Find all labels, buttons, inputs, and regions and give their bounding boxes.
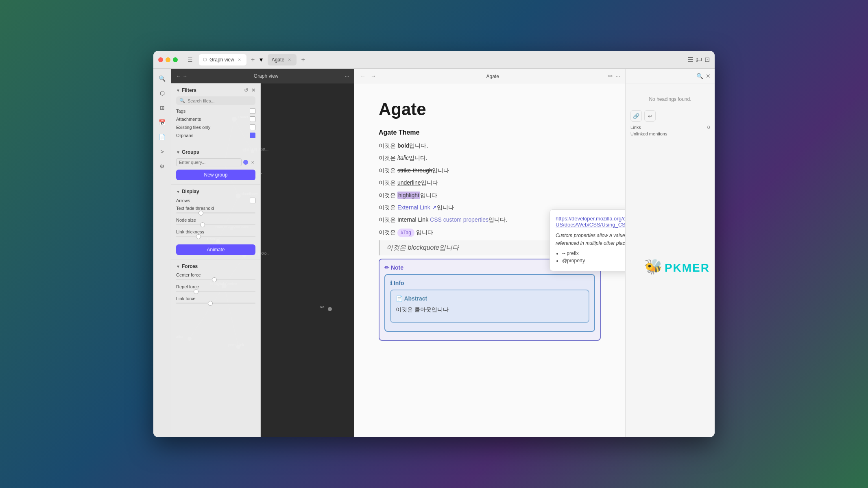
traffic-lights [158, 57, 178, 62]
edit-icon[interactable]: ✏ [608, 73, 613, 79]
tab-agate-close[interactable]: ✕ [287, 57, 292, 63]
link-thickness-slider[interactable] [176, 236, 255, 237]
grid-sidebar-btn[interactable]: ⊞ [156, 101, 169, 114]
tab-agate[interactable]: Agate ✕ [268, 54, 297, 65]
link-force-slider[interactable] [176, 303, 255, 304]
search-sidebar-btn[interactable]: 🔍 [156, 72, 169, 85]
underline-text: underline [397, 179, 421, 186]
tags-label: Tags [176, 109, 185, 113]
link-action-icon[interactable]: 🔗 [630, 110, 642, 122]
tab-graph-close[interactable]: ✕ [237, 57, 242, 63]
repel-force-slider[interactable] [176, 291, 255, 292]
color-dot[interactable] [243, 160, 248, 165]
graph-nav: ← → [176, 73, 188, 79]
filter-row-tags: Tags [176, 108, 255, 114]
minimize-button[interactable] [166, 57, 170, 62]
groups-header: ▼ Groups [176, 149, 255, 155]
tab-graph-label: Graph view [209, 57, 234, 63]
search-input[interactable] [188, 98, 252, 103]
filters-close-icon[interactable]: ✕ [251, 87, 255, 93]
filters-arrow[interactable]: ▼ [176, 88, 180, 93]
search-panel-icon[interactable]: 🔍 [696, 73, 703, 79]
animate-button[interactable]: Animate [176, 244, 255, 255]
link-thickness-thumb[interactable] [196, 234, 201, 239]
tab-add-button2[interactable]: + [298, 55, 308, 65]
backlink-action-icon[interactable]: ↩ [644, 110, 656, 122]
close-button[interactable] [158, 57, 163, 62]
highlight-text: highlight [397, 192, 420, 199]
main-content: 🔍 ⬡ ⊞ 📅 📄 > ⚙ ← → Graph view ··· [153, 69, 715, 437]
icon-sidebar: 🔍 ⬡ ⊞ 📅 📄 > ⚙ [153, 69, 171, 437]
filters-refresh-icon[interactable]: ↺ [244, 87, 248, 93]
node-size-thumb[interactable] [200, 222, 205, 227]
svg-point-18 [328, 307, 332, 311]
abstract-icon: 📄 [396, 295, 404, 302]
orphans-checkbox[interactable] [250, 133, 255, 138]
abstract-header: 📄 Abstract [396, 295, 584, 302]
bookmark-icon[interactable]: 🏷 [696, 56, 702, 63]
right-panel-content: No headings found. 🔗 ↩ Links 0 Unlinked … [626, 83, 715, 437]
editor-topbar: ← → Agate ✏ ··· [354, 69, 625, 83]
center-force-slider[interactable] [176, 279, 255, 280]
forces-arrow[interactable]: ▼ [176, 264, 180, 269]
ext-link[interactable]: External Link ↗ [397, 204, 437, 211]
repel-force-label: Repel force [176, 284, 255, 289]
display-arrow[interactable]: ▼ [176, 190, 180, 194]
tooltip-item-1: -- prefix [562, 251, 625, 256]
new-group-button[interactable]: New group [176, 170, 255, 180]
maximize-button[interactable] [173, 57, 178, 62]
back-nav-btn[interactable]: ← [359, 72, 366, 80]
pkmer-watermark: 🐝 PKMER [630, 258, 710, 275]
filter-panel: ▼ Filters ↺ ✕ 🔍 Tags A [171, 83, 261, 437]
close-panel-icon[interactable]: ✕ [706, 73, 711, 79]
node-size-row: Node size [176, 218, 255, 225]
link-force-thumb[interactable] [208, 301, 213, 306]
tag-badge[interactable]: #Tag [397, 229, 414, 237]
filter-row-arrows: Arrows [176, 198, 255, 203]
graph-menu-icon[interactable]: ··· [345, 73, 349, 79]
info-header: ℹ Info [390, 280, 589, 286]
tags-checkbox[interactable] [250, 108, 255, 114]
network-sidebar-btn[interactable]: ⬡ [156, 87, 169, 100]
link-force-row: Link force [176, 296, 255, 304]
query-input[interactable] [176, 158, 242, 166]
node-size-slider[interactable] [176, 224, 255, 225]
more-icon[interactable]: ··· [615, 73, 620, 79]
repel-force-thumb[interactable] [194, 289, 198, 294]
groups-label: Groups [182, 149, 199, 155]
center-force-row: Center force [176, 272, 255, 280]
highlight-line: 이것은 highlight입니다 [379, 191, 601, 200]
files-sidebar-btn[interactable]: 📄 [156, 131, 169, 144]
groups-arrow[interactable]: ▼ [176, 150, 180, 155]
back-icon[interactable]: ← [176, 73, 181, 79]
tooltip-link[interactable]: https://developer.mozilla.org/en-US/docs… [556, 216, 625, 228]
forward-icon[interactable]: → [183, 73, 188, 79]
attachments-checkbox[interactable] [250, 116, 255, 122]
split-icon[interactable]: ⊡ [704, 56, 710, 63]
tab-chevron[interactable]: ▾ [260, 56, 266, 63]
forces-header: ▼ Forces [176, 264, 255, 269]
text-fade-thumb[interactable] [198, 211, 203, 216]
arrows-checkbox[interactable] [250, 198, 255, 203]
forces-section: ▼ Forces Center force Repel force [171, 259, 260, 312]
tabs-bar: ⬡ Graph view ✕ + ▾ Agate ✕ + [199, 54, 684, 65]
tab-add-button[interactable]: + [248, 55, 258, 65]
center-force-thumb[interactable] [212, 277, 217, 282]
text-fade-slider[interactable] [176, 212, 255, 214]
layout-icon[interactable]: ☰ [687, 56, 693, 63]
calendar-sidebar-btn[interactable]: 📅 [156, 116, 169, 129]
right-panel-header: 🔍 ✕ [626, 69, 715, 83]
tooltip-list: -- prefix @property [556, 251, 625, 264]
query-close-btn[interactable]: ✕ [250, 159, 255, 165]
tab-graph-view[interactable]: ⬡ Graph view ✕ [199, 54, 246, 65]
int-link[interactable]: CSS custom properties [430, 216, 489, 223]
existing-files-checkbox[interactable] [250, 124, 255, 130]
settings-sidebar-btn[interactable]: ⚙ [156, 160, 169, 173]
sidebar-toggle-button[interactable]: ☰ [184, 54, 196, 65]
terminal-sidebar-btn[interactable]: > [156, 145, 169, 158]
forces-label: Forces [182, 264, 198, 269]
note-icon: ✏ [384, 264, 391, 271]
forward-nav-btn[interactable]: → [370, 72, 377, 80]
abstract-text: 이것은 콜아웃입니다 [396, 305, 584, 314]
link-force-label: Link force [176, 296, 255, 301]
